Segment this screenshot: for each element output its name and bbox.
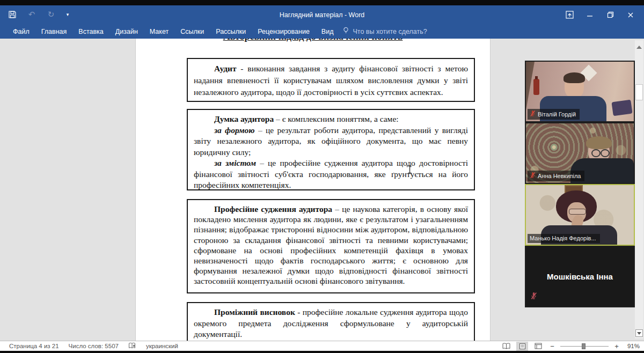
web-layout-icon[interactable] [532, 342, 544, 351]
tell-me-box[interactable]: Что вы хотите сделать? [342, 27, 427, 36]
glasses [601, 149, 610, 157]
language-indicator[interactable]: украинский [141, 343, 183, 349]
participant-name-centered: Мошківська Інна [526, 247, 634, 306]
zoom-slider-thumb[interactable] [582, 343, 586, 349]
ribbon-tab-вставка[interactable]: Вставка [72, 24, 109, 39]
top-black-strip [0, 0, 644, 5]
muted-mic-icon [530, 292, 537, 302]
definition-box-professional-judgement: Професійне судження аудитора – це науков… [187, 199, 475, 293]
participant-name-label: Анна Невкипіла [528, 171, 584, 181]
participant-tile-manko-active-speaker[interactable]: Манько Надія Федорів... [525, 184, 635, 246]
scroll-up-icon[interactable] [636, 45, 642, 50]
zoom-out-icon[interactable]: − [548, 342, 556, 350]
close-icon[interactable] [621, 8, 640, 22]
tell-me-label: Что вы хотите сделать? [353, 28, 427, 35]
print-layout-icon[interactable] [516, 342, 528, 351]
status-bar: Страница 4 из 21 Число слов: 5507 украин… [0, 341, 644, 351]
save-icon[interactable] [6, 9, 18, 20]
meeting-video-panel: Віталій Гордій Анна Невкипіла Маньк [525, 61, 635, 307]
ribbon-tabs: ФайлГлавнаяВставкаДизайнМакетСсылкиРассы… [0, 24, 339, 39]
definition-box-auditor-opinion: Думка аудитора – є комплексним поняттям,… [187, 109, 475, 190]
participant-name-label: Віталій Гордій [528, 109, 580, 120]
ribbon-tab-ссылки[interactable]: Ссылки [174, 24, 210, 39]
background-object [611, 100, 632, 116]
participant-tile-moshkivska-novideo[interactable]: Мошківська Інна [525, 246, 635, 307]
document-page[interactable]: Авторський підхід до визначення понять А… [135, 39, 491, 341]
status-bar-left: Страница 4 из 21 Число слов: 5507 украин… [0, 342, 183, 350]
minimize-icon[interactable] [581, 8, 599, 22]
word-count[interactable]: Число слов: 5507 [64, 343, 123, 349]
restore-icon[interactable] [601, 8, 619, 22]
participant-tile-anna[interactable]: Анна Невкипіла [525, 122, 635, 184]
glasses [569, 209, 586, 215]
ribbon-tab-файл[interactable]: Файл [7, 24, 35, 39]
read-mode-icon[interactable] [500, 342, 512, 351]
participant-name-label: Манько Надія Федорів... [528, 234, 600, 243]
glasses [591, 149, 601, 157]
vertical-scrollbar[interactable] [635, 40, 643, 339]
redo-icon[interactable]: ↻ [45, 9, 57, 20]
customize-qat-icon[interactable]: ▾ [64, 9, 71, 20]
muted-mic-icon [530, 110, 536, 119]
page-indicator[interactable]: Страница 4 из 21 [4, 343, 64, 349]
zoom-slider[interactable] [560, 342, 609, 351]
bottom-black-strip [0, 351, 644, 353]
muted-mic-icon [530, 172, 536, 180]
clipped-heading: Авторський підхід до визначення понять [136, 39, 490, 42]
definition-box-interim-conclusion: Проміжний висновок - професійне локальне… [187, 302, 475, 341]
fire-extinguisher [533, 79, 539, 95]
participant-head [565, 75, 584, 98]
ribbon-tab-дизайн[interactable]: Дизайн [109, 24, 144, 39]
quick-access-toolbar: ↶ ↻ ▾ [6, 9, 71, 20]
ribbon-tab-вид[interactable]: Вид [316, 24, 340, 39]
proofing-errors-icon[interactable] [123, 342, 141, 350]
scrollbar-thumb[interactable] [635, 84, 643, 100]
ribbon-tab-рассылки[interactable]: Рассылки [210, 24, 252, 39]
undo-icon[interactable]: ↶ [26, 9, 38, 20]
ribbon-tab-рецензирование[interactable]: Рецензирование [252, 24, 316, 39]
definition-box-audit: Аудит - виконання завдання з аудиту фіна… [187, 58, 475, 102]
zoom-level[interactable]: 91% [625, 343, 640, 349]
text-cursor-ibeam [407, 165, 413, 176]
participant-tile-vitalii[interactable]: Віталій Гордій [525, 61, 635, 122]
ribbon-display-options-icon[interactable] [560, 8, 579, 22]
zoom-in-icon[interactable]: + [613, 342, 620, 350]
ribbon-tab-макет[interactable]: Макет [144, 24, 174, 39]
word-title-bar: ↶ ↻ ▾ Наглядний матеріал - Word [0, 5, 644, 24]
ribbon-tab-главная[interactable]: Главная [35, 24, 73, 39]
ribbon-tab-row: ФайлГлавнаяВставкаДизайнМакетСсылкиРассы… [0, 24, 644, 39]
lightbulb-icon [342, 27, 349, 36]
scroll-down-icon[interactable] [635, 329, 643, 337]
window-title: Наглядний матеріал - Word [231, 5, 413, 24]
window-controls [560, 5, 640, 24]
status-bar-right: − + 91% [500, 342, 644, 351]
screen: ↶ ↻ ▾ Наглядний матеріал - Word ФайлГлав… [0, 0, 644, 353]
